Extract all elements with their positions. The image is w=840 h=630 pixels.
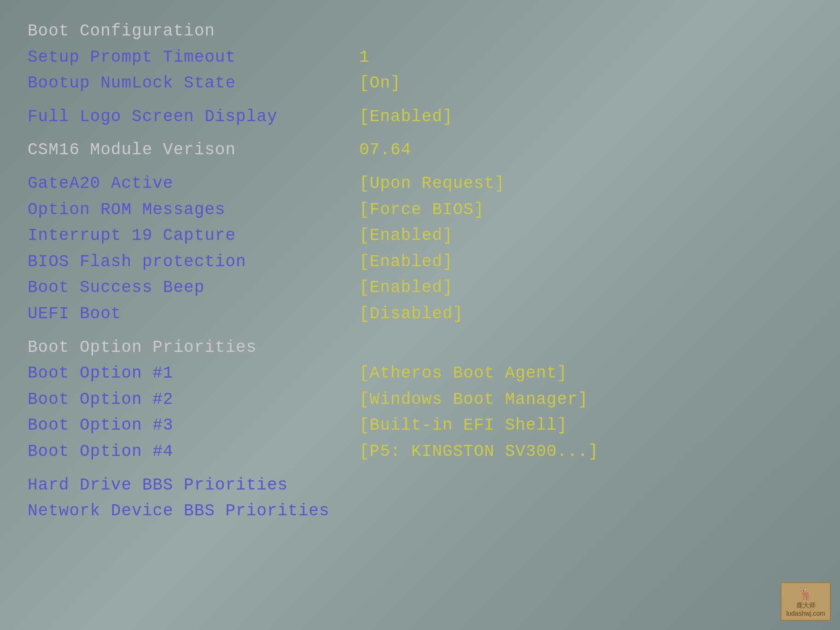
row-boot-option-3[interactable]: Boot Option #3 [Built-in EFI Shell] [28, 413, 812, 439]
row-option-rom-messages[interactable]: Option ROM Messages [Force BIOS] [28, 197, 812, 223]
value-boot-option-2: [Windows Boot Manager] [359, 390, 588, 409]
divider-3 [28, 163, 812, 171]
divider-2 [28, 130, 812, 137]
label-bios-flash-protection: BIOS Flash protection [28, 252, 246, 271]
divider-5 [28, 465, 812, 472]
row-hard-drive-bbs[interactable]: Hard Drive BBS Priorities [28, 472, 812, 499]
value-bios-flash-protection: [Enabled] [359, 252, 453, 271]
label-option-rom-messages: Option ROM Messages [28, 200, 225, 219]
value-boot-option-4: [P5: KINGSTON SV300...] [359, 442, 599, 461]
label-boot-option-3: Boot Option #3 [28, 416, 173, 435]
label-setup-prompt-timeout: Setup Prompt Timeout [28, 48, 236, 67]
label-boot-option-1: Boot Option #1 [28, 364, 173, 383]
watermark: 🦌 鹿大师 ludashwj.com [781, 582, 831, 621]
value-option-rom-messages: [Force BIOS] [359, 200, 484, 219]
label-full-logo-screen-display: Full Logo Screen Display [28, 107, 277, 126]
row-bios-flash-protection[interactable]: BIOS Flash protection [Enabled] [28, 249, 812, 275]
row-boot-option-1[interactable]: Boot Option #1 [Atheros Boot Agent] [28, 361, 812, 387]
value-uefi-boot: [Disabled] [359, 304, 463, 323]
label-boot-option-4: Boot Option #4 [28, 442, 173, 461]
watermark-url: ludashwj.com [786, 610, 825, 617]
label-bootup-numlock-state: Bootup NumLock State [28, 74, 236, 93]
row-boot-success-beep[interactable]: Boot Success Beep [Enabled] [28, 275, 812, 301]
row-network-device-bbs[interactable]: Network Device BBS Priorities [28, 498, 812, 525]
label-network-device-bbs: Network Device BBS Priorities [28, 502, 330, 520]
value-boot-option-3: [Built-in EFI Shell] [359, 416, 567, 435]
value-csm16-module-version: 07.64 [359, 140, 411, 159]
row-gatea20-active[interactable]: GateA20 Active [Upon Request] [28, 171, 812, 197]
value-setup-prompt-timeout: 1 [359, 48, 370, 67]
row-boot-option-4[interactable]: Boot Option #4 [P5: KINGSTON SV300...] [28, 439, 812, 465]
label-boot-option-priorities: Boot Option Priorities [28, 338, 257, 357]
row-setup-prompt-timeout[interactable]: Setup Prompt Timeout 1 [28, 45, 812, 71]
label-uefi-boot: UEFI Boot [28, 304, 121, 323]
label-boot-success-beep: Boot Success Beep [28, 278, 204, 297]
row-full-logo-screen-display[interactable]: Full Logo Screen Display [Enabled] [28, 104, 812, 130]
watermark-box: 🦌 鹿大师 ludashwj.com [781, 582, 831, 621]
divider-1 [28, 97, 812, 104]
label-boot-configuration: Boot Configuration [28, 22, 215, 41]
bios-screen: Boot Configuration Setup Prompt Timeout … [0, 0, 840, 630]
row-title: Boot Configuration [28, 18, 812, 45]
value-interrupt-19-capture: [Enabled] [359, 226, 453, 245]
row-boot-option-2[interactable]: Boot Option #2 [Windows Boot Manager] [28, 387, 812, 413]
value-gatea20-active: [Upon Request] [359, 174, 505, 193]
bios-content: Boot Configuration Setup Prompt Timeout … [28, 18, 812, 612]
watermark-deer-icon: 🦌 [798, 586, 814, 601]
row-csm16-module-version: CSM16 Module Verison 07.64 [28, 137, 812, 163]
value-boot-option-1: [Atheros Boot Agent] [359, 364, 567, 383]
row-interrupt-19-capture[interactable]: Interrupt 19 Capture [Enabled] [28, 223, 812, 249]
row-bootup-numlock-state[interactable]: Bootup NumLock State [On] [28, 70, 812, 97]
row-boot-option-priorities: Boot Option Priorities [28, 335, 812, 361]
value-bootup-numlock-state: [On] [359, 74, 401, 93]
divider-4 [28, 327, 812, 335]
label-boot-option-2: Boot Option #2 [28, 390, 173, 409]
label-csm16-module-version: CSM16 Module Verison [28, 140, 236, 159]
watermark-brand: 鹿大师 [796, 601, 816, 610]
value-full-logo-screen-display: [Enabled] [359, 107, 453, 126]
row-uefi-boot[interactable]: UEFI Boot [Disabled] [28, 301, 812, 327]
label-hard-drive-bbs: Hard Drive BBS Priorities [28, 476, 288, 495]
value-boot-success-beep: [Enabled] [359, 278, 453, 297]
label-gatea20-active: GateA20 Active [28, 174, 173, 193]
label-interrupt-19-capture: Interrupt 19 Capture [28, 226, 236, 245]
